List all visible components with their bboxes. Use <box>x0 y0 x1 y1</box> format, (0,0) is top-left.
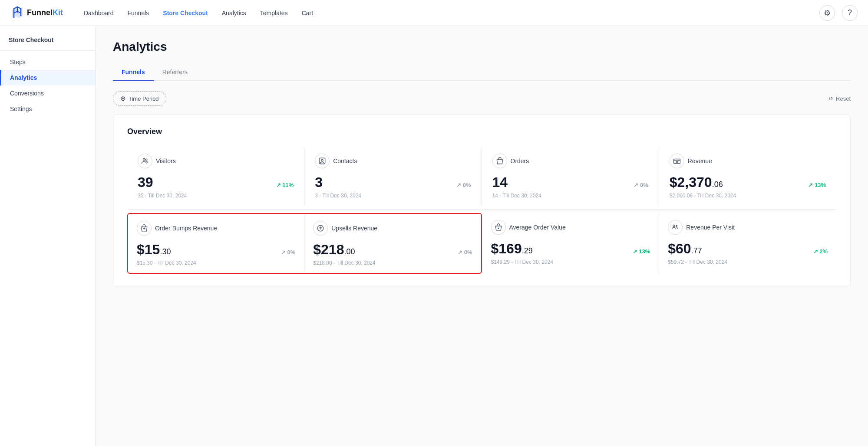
upsells-value-row: $218.00 ↗ 0% <box>313 243 472 256</box>
nav-link-cart[interactable]: Cart <box>295 0 320 26</box>
metric-orders: Orders 14 ↗ 0% 14 - Till Dec 30, 2024 <box>482 147 659 206</box>
nav-right-icons: ⚙ ? <box>819 5 858 21</box>
order-bumps-icon <box>137 221 152 236</box>
revenue-trend: ↗ 13% <box>808 182 826 188</box>
aov-label: Average Order Value <box>509 224 566 231</box>
filter-bar: ⊕ Time Period ↺ Reset <box>113 91 851 106</box>
app-body: Store Checkout Steps Analytics Conversio… <box>0 26 868 446</box>
rpv-trend: ↗ 2% <box>813 248 828 255</box>
order-bumps-value-row: $15.30 ↗ 0% <box>137 243 295 256</box>
nav-link-store-checkout[interactable]: Store Checkout <box>156 0 215 26</box>
reset-button[interactable]: ↺ Reset <box>828 95 851 102</box>
svg-point-9 <box>676 226 677 227</box>
orders-subtitle: 14 - Till Dec 30, 2024 <box>492 193 648 199</box>
sidebar-context-title: Store Checkout <box>0 36 95 51</box>
visitors-value: 39 <box>138 175 153 189</box>
tab-funnels[interactable]: Funnels <box>113 64 154 81</box>
orders-value-row: 14 ↗ 0% <box>492 175 648 189</box>
nav-link-analytics[interactable]: Analytics <box>215 0 253 26</box>
contacts-value: 3 <box>315 175 323 189</box>
help-icon-button[interactable]: ? <box>842 5 858 21</box>
upsells-icon <box>313 221 328 236</box>
orders-value: 14 <box>492 175 508 189</box>
contacts-label: Contacts <box>333 157 357 164</box>
nav-link-dashboard[interactable]: Dashboard <box>77 0 121 26</box>
sidebar-item-conversions[interactable]: Conversions <box>0 85 95 101</box>
metric-revenue: Revenue $2,370.06 ↗ 13% $2,090.06 - Till… <box>659 147 836 206</box>
time-period-button[interactable]: ⊕ Time Period <box>113 91 166 106</box>
order-bumps-trend: ↗ 0% <box>281 249 295 256</box>
plus-circle-icon: ⊕ <box>120 95 126 102</box>
metrics-row-1: Visitors 39 ↗ 11% 35 - Till Dec 30, 2024 <box>127 147 836 206</box>
metric-contacts-header: Contacts <box>315 154 471 168</box>
metric-revenue-header: Revenue <box>670 154 826 168</box>
aov-icon <box>491 220 506 235</box>
aov-subtitle: $149.29 - Till Dec 30, 2024 <box>491 259 650 265</box>
rpv-subtitle: $59.72 - Till Dec 30, 2024 <box>668 259 828 265</box>
svg-point-5 <box>676 161 677 163</box>
revenue-icon <box>670 154 684 168</box>
metrics-section: Visitors 39 ↗ 11% 35 - Till Dec 30, 2024 <box>127 147 836 274</box>
reset-label: Reset <box>836 95 851 102</box>
upsells-subtitle: $218.00 - Till Dec 30, 2024 <box>313 260 472 266</box>
metric-upsells: Upsells Revenue $218.00 ↗ 0% $218.00 - T… <box>304 214 481 273</box>
sidebar: Store Checkout Steps Analytics Conversio… <box>0 26 96 446</box>
orders-trend: ↗ 0% <box>634 182 648 188</box>
aov-value-row: $169.29 ↗ 13% <box>491 242 650 256</box>
main-content: Analytics Funnels Referrers ⊕ Time Perio… <box>96 26 868 446</box>
upsells-value: $218.00 <box>313 243 355 256</box>
logo-text: FunnelKit <box>27 8 63 17</box>
top-navigation: FunnelKit Dashboard Funnels Store Checko… <box>0 0 868 26</box>
logo[interactable]: FunnelKit <box>10 6 63 20</box>
metric-avg-order-value: Average Order Value $169.29 ↗ 13% $149.2… <box>482 213 660 274</box>
page-title: Analytics <box>113 40 851 54</box>
nav-link-templates[interactable]: Templates <box>253 0 295 26</box>
svg-point-0 <box>143 158 145 161</box>
contacts-trend: ↗ 0% <box>456 182 471 188</box>
metric-rpv: Revenue Per Visit $60.77 ↗ 2% $59.72 - T… <box>659 213 836 274</box>
aov-value: $169.29 <box>491 242 533 256</box>
svg-point-7 <box>498 228 498 229</box>
nav-link-funnels[interactable]: Funnels <box>121 0 156 26</box>
rpv-value-row: $60.77 ↗ 2% <box>668 242 828 256</box>
metric-orders-header: Orders <box>492 154 648 168</box>
svg-point-1 <box>145 159 147 161</box>
contacts-subtitle: 3 - Till Dec 30, 2024 <box>315 193 471 199</box>
time-period-label: Time Period <box>129 95 159 102</box>
visitors-icon <box>138 154 152 168</box>
revenue-value-row: $2,370.06 ↗ 13% <box>670 175 826 189</box>
tabs-bar: Funnels Referrers <box>113 64 851 81</box>
revenue-value: $2,370.06 <box>670 175 723 189</box>
revenue-subtitle: $2,090.06 - Till Dec 30, 2024 <box>670 193 826 199</box>
orders-label: Orders <box>511 157 529 164</box>
revenue-label: Revenue <box>688 157 712 164</box>
reset-icon: ↺ <box>828 95 833 102</box>
order-bumps-value: $15.30 <box>137 243 171 256</box>
visitors-value-row: 39 ↗ 11% <box>138 175 294 189</box>
upsells-trend: ↗ 0% <box>458 249 472 256</box>
rpv-label: Revenue Per Visit <box>686 224 735 231</box>
highlighted-metrics: Order Bumps Revenue $15.30 ↗ 0% $15.30 -… <box>127 213 482 274</box>
metric-visitors: Visitors 39 ↗ 11% 35 - Till Dec 30, 2024 <box>127 147 304 206</box>
settings-icon-button[interactable]: ⚙ <box>819 5 835 21</box>
tab-referrers[interactable]: Referrers <box>154 64 196 81</box>
overview-title: Overview <box>127 127 836 136</box>
visitors-subtitle: 35 - Till Dec 30, 2024 <box>138 193 294 199</box>
metric-order-bumps-header: Order Bumps Revenue <box>137 221 295 236</box>
contacts-icon <box>315 154 330 168</box>
metric-upsells-header: Upsells Revenue <box>313 221 472 236</box>
metric-aov-header: Average Order Value <box>491 220 650 235</box>
sidebar-item-analytics[interactable]: Analytics <box>0 70 95 85</box>
nav-links: Dashboard Funnels Store Checkout Analyti… <box>77 0 819 26</box>
aov-trend: ↗ 13% <box>633 248 650 255</box>
metrics-row-2-wrapper: Order Bumps Revenue $15.30 ↗ 0% $15.30 -… <box>127 213 836 274</box>
sidebar-item-settings[interactable]: Settings <box>0 101 95 117</box>
sidebar-item-steps[interactable]: Steps <box>0 54 95 70</box>
orders-icon <box>492 154 507 168</box>
overview-card: Overview <box>113 115 851 286</box>
visitors-label: Visitors <box>156 157 176 164</box>
normal-metrics-right: Average Order Value $169.29 ↗ 13% $149.2… <box>482 213 837 274</box>
upsells-label: Upsells Revenue <box>331 225 377 232</box>
metric-rpv-header: Revenue Per Visit <box>668 220 828 235</box>
svg-point-8 <box>673 225 675 226</box>
